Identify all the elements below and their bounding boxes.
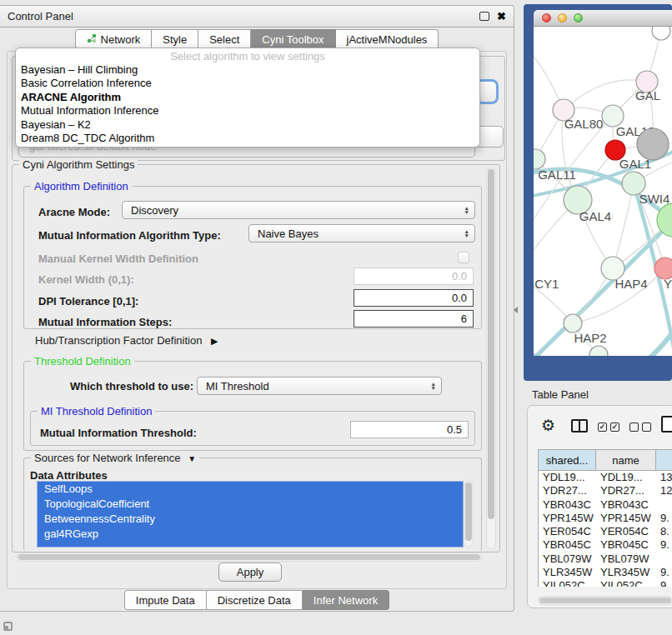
scrollbar-thumb[interactable]: [465, 482, 472, 541]
table-row[interactable]: YBR045C YBR045C 9.: [539, 538, 672, 552]
cell-value[interactable]: 13: [656, 471, 672, 484]
split-pane-icon[interactable]: [571, 419, 588, 432]
close-icon[interactable]: ✖: [497, 12, 506, 22]
attribute-item[interactable]: TopologicalCoefficient: [38, 497, 463, 512]
manual-kernel-checkbox[interactable]: [458, 252, 469, 263]
network-graph[interactable]: GALGAL80GAL10GAL1SWI4GAL11GAL4GCY1HAP4YH…: [534, 27, 672, 356]
cell-shared-name[interactable]: YDL19...: [539, 471, 596, 484]
algorithm-option[interactable]: Bayesian – K2: [16, 118, 479, 132]
attribute-item[interactable]: BetweennessCentrality: [38, 512, 463, 527]
cell-shared-name[interactable]: YLR345W: [539, 566, 596, 579]
cell-name[interactable]: YDL19...: [596, 471, 656, 484]
mi-steps-field[interactable]: 6: [354, 310, 474, 328]
network-node[interactable]: [637, 128, 669, 160]
attribute-item[interactable]: gal4RGexp: [38, 527, 463, 542]
table-hscrollbar[interactable]: [538, 596, 672, 605]
cell-value[interactable]: 9.: [656, 512, 672, 525]
tab-select[interactable]: Select: [198, 29, 251, 49]
aracne-mode-combo[interactable]: Discovery ▲▼: [122, 201, 475, 219]
tab-cyni-toolbox[interactable]: Cyni Toolbox: [251, 29, 335, 49]
cell-shared-name[interactable]: YBL079W: [539, 552, 596, 566]
settings-scrollbar[interactable]: [486, 168, 496, 549]
cell-shared-name[interactable]: YIL052C: [539, 579, 596, 587]
cell-shared-name[interactable]: YER054C: [539, 525, 596, 538]
kernel-width-field[interactable]: 0.0: [354, 268, 474, 285]
mac-minimize-icon[interactable]: [558, 13, 567, 22]
float-window-icon[interactable]: [479, 12, 489, 21]
column-header-shared[interactable]: shared...: [539, 450, 596, 470]
tab-style[interactable]: Style: [152, 29, 198, 49]
table-row[interactable]: YDL19... YDL19... 13: [539, 471, 672, 484]
cell-value[interactable]: [656, 552, 672, 566]
tab-infer-network[interactable]: Infer Network: [303, 590, 389, 610]
cell-value[interactable]: [656, 498, 672, 512]
cell-name[interactable]: YLR345W: [596, 566, 656, 579]
cell-name[interactable]: YBL079W: [596, 552, 656, 566]
which-threshold-combo[interactable]: MI Threshold ▲▼: [197, 377, 442, 395]
page-icon[interactable]: [661, 416, 672, 432]
gear-icon[interactable]: ⚙: [541, 418, 555, 433]
data-attributes-list[interactable]: SelfLoops TopologicalCoefficient Between…: [37, 481, 464, 548]
cell-shared-name[interactable]: YBR043C: [539, 498, 596, 512]
network-edge[interactable]: [613, 322, 672, 356]
table-row[interactable]: YBR043C YBR043C: [539, 498, 672, 512]
network-window-titlebar[interactable]: [534, 10, 672, 27]
tab-impute-data[interactable]: Impute Data: [124, 590, 207, 610]
cell-value[interactable]: 12: [656, 484, 672, 498]
panel-divider-handle-icon[interactable]: [514, 307, 518, 313]
cell-value[interactable]: 9: [656, 579, 672, 587]
table-row[interactable]: YLR345W YLR345W 9.: [539, 566, 672, 579]
cell-name[interactable]: YDR27...: [596, 484, 656, 498]
settings-hscrollbar[interactable]: [17, 552, 482, 562]
algorithm-option[interactable]: Basic Correlation Inference: [16, 77, 479, 90]
cell-value[interactable]: 8.: [656, 525, 672, 538]
mac-close-icon[interactable]: [542, 13, 551, 22]
checked-box-icon[interactable]: ✓: [598, 422, 607, 432]
attribute-item[interactable]: SelfLoops: [38, 482, 463, 497]
dpi-tolerance-field[interactable]: 0.0: [354, 289, 474, 307]
table-row[interactable]: YBL079W YBL079W: [539, 552, 672, 566]
tab-network[interactable]: Network: [75, 29, 153, 49]
cell-value[interactable]: 9.: [656, 566, 672, 579]
cell-name[interactable]: YER054C: [596, 525, 656, 538]
algorithm-option[interactable]: Dream8 DC_TDC Algorithm: [16, 132, 479, 145]
algorithm-option[interactable]: Bayesian – Hill Climbing: [16, 63, 479, 77]
cell-name[interactable]: YIL052C: [596, 579, 656, 587]
attributes-scrollbar[interactable]: [464, 481, 474, 548]
apply-button[interactable]: Apply: [218, 562, 282, 582]
algorithm-option[interactable]: ARACNE Algorithm: [16, 91, 479, 104]
network-node-hap2[interactable]: [564, 314, 582, 332]
panel-dock-icon[interactable]: [3, 622, 13, 631]
column-header-extra[interactable]: [656, 450, 672, 470]
scrollbar-thumb[interactable]: [18, 554, 480, 560]
algorithm-option[interactable]: Mutual Information Inference: [16, 104, 479, 118]
scrollbar-thumb[interactable]: [488, 169, 494, 519]
cell-name[interactable]: YBR045C: [596, 538, 656, 552]
unchecked-box-icon[interactable]: [642, 422, 651, 432]
collapse-down-arrow-icon[interactable]: ▼: [188, 454, 196, 463]
checked-box-icon[interactable]: ✓: [610, 422, 619, 432]
table-row[interactable]: YPR145W YPR145W 9.: [539, 512, 672, 525]
tab-jactivemnodules[interactable]: jActiveMNodules: [336, 29, 439, 49]
cell-shared-name[interactable]: YBR045C: [539, 538, 596, 552]
network-node[interactable]: [652, 27, 670, 40]
network-edge[interactable]: [564, 80, 647, 110]
cell-name[interactable]: YBR043C: [596, 498, 656, 512]
network-canvas[interactable]: GALGAL80GAL10GAL1SWI4GAL11GAL4GCY1HAP4YH…: [534, 27, 672, 356]
control-panel-titlebar[interactable]: Control Panel ✖: [0, 6, 514, 28]
hub-definition-expander[interactable]: Hub/Transcription Factor Definition ▶: [35, 334, 218, 347]
column-header-name[interactable]: name: [596, 450, 656, 470]
scrollbar-thumb[interactable]: [539, 598, 671, 603]
mac-zoom-icon[interactable]: [574, 13, 583, 22]
table-row[interactable]: YIL052C YIL052C 9: [539, 579, 672, 587]
cell-value[interactable]: 9.: [656, 538, 672, 552]
table-row[interactable]: YER054C YER054C 8.: [539, 525, 672, 538]
cell-shared-name[interactable]: YPR145W: [539, 512, 596, 525]
unchecked-box-icon[interactable]: [629, 422, 639, 432]
mi-type-combo[interactable]: Naive Bayes ▲▼: [248, 224, 475, 242]
network-node-gal11[interactable]: [534, 149, 545, 169]
table-row[interactable]: YDR27... YDR27... 12: [539, 484, 672, 498]
mi-threshold-field[interactable]: 0.5: [350, 421, 469, 438]
cell-shared-name[interactable]: YDR27...: [539, 484, 596, 498]
cell-name[interactable]: YPR145W: [596, 512, 656, 525]
